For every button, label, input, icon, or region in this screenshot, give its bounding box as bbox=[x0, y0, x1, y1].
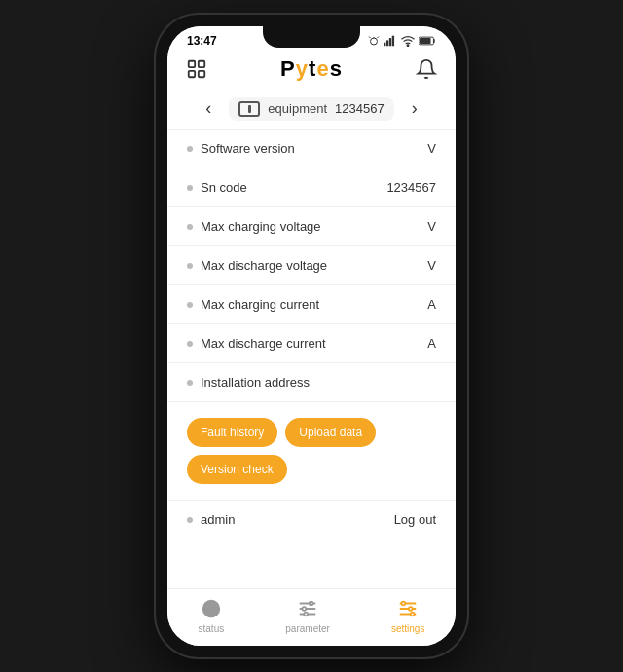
dot-icon bbox=[187, 263, 193, 269]
tab-status[interactable]: status bbox=[199, 597, 225, 634]
item-label: Max discharge current bbox=[201, 336, 326, 351]
item-label: Installation address bbox=[201, 375, 310, 390]
item-label: Sn code bbox=[201, 180, 247, 195]
fault-history-button[interactable]: Fault history bbox=[187, 418, 277, 447]
svg-rect-1 bbox=[384, 43, 385, 47]
logout-button[interactable]: Log out bbox=[394, 512, 436, 527]
content-area: Software version V Sn code 1234567 Max c… bbox=[167, 130, 456, 588]
svg-rect-11 bbox=[199, 71, 204, 77]
app-header: Pytes bbox=[167, 52, 456, 91]
phone-notch bbox=[263, 26, 360, 48]
tab-bar: status parameter bbox=[167, 588, 456, 646]
svg-point-18 bbox=[304, 613, 308, 616]
action-buttons-group: Fault history Upload data Version check bbox=[167, 402, 456, 500]
svg-point-5 bbox=[407, 45, 409, 47]
item-value: 1234567 bbox=[386, 180, 436, 195]
item-value: A bbox=[427, 336, 436, 351]
phone-screen: 13:47 Pytes bbox=[167, 26, 456, 646]
svg-point-22 bbox=[409, 607, 413, 611]
admin-label: admin bbox=[201, 512, 235, 527]
nav-bar: ‹ equipment 1234567 › bbox=[167, 91, 456, 130]
dot-icon bbox=[187, 224, 193, 230]
status-tab-label: status bbox=[199, 623, 225, 634]
next-button[interactable]: › bbox=[406, 96, 423, 121]
item-label: Max charging current bbox=[201, 297, 319, 312]
list-item[interactable]: Sn code 1234567 bbox=[167, 168, 456, 207]
list-item[interactable]: Max charging current A bbox=[167, 285, 456, 324]
device-id: 1234567 bbox=[335, 101, 385, 116]
svg-point-16 bbox=[303, 607, 307, 611]
svg-point-17 bbox=[310, 602, 313, 606]
item-value: V bbox=[427, 219, 436, 234]
list-item[interactable]: Max charging voltage V bbox=[167, 207, 456, 246]
dot-icon bbox=[187, 302, 193, 308]
svg-rect-4 bbox=[392, 36, 394, 47]
list-item[interactable]: Software version V bbox=[167, 130, 456, 168]
prev-button[interactable]: ‹ bbox=[200, 96, 217, 121]
upload-data-button[interactable]: Upload data bbox=[285, 418, 376, 447]
item-label: Max discharge voltage bbox=[201, 258, 327, 273]
dot-icon bbox=[187, 185, 193, 191]
dot-icon bbox=[187, 146, 193, 152]
wifi-icon bbox=[401, 35, 415, 47]
svg-rect-10 bbox=[189, 71, 195, 77]
app-logo: Pytes bbox=[280, 56, 343, 82]
grid-icon bbox=[186, 58, 207, 80]
device-selector[interactable]: equipment 1234567 bbox=[229, 97, 393, 121]
svg-point-0 bbox=[371, 38, 378, 45]
version-check-button[interactable]: Version check bbox=[187, 455, 287, 484]
item-value: A bbox=[427, 297, 436, 312]
settings-tab-label: settings bbox=[391, 623, 424, 634]
parameter-tab-icon bbox=[296, 597, 319, 620]
list-item[interactable]: Max discharge voltage V bbox=[167, 246, 456, 285]
item-value: V bbox=[427, 141, 436, 156]
status-icons bbox=[368, 35, 436, 47]
svg-point-24 bbox=[411, 613, 415, 616]
item-label: Max charging voltage bbox=[201, 219, 321, 234]
bell-icon bbox=[416, 58, 437, 80]
menu-button[interactable] bbox=[183, 56, 210, 83]
admin-row: admin Log out bbox=[167, 500, 456, 539]
tab-parameter[interactable]: parameter bbox=[285, 597, 330, 634]
status-tab-icon bbox=[200, 597, 223, 620]
svg-rect-9 bbox=[199, 61, 204, 67]
svg-rect-2 bbox=[386, 40, 388, 46]
item-label: Software version bbox=[201, 141, 295, 156]
alarm-icon bbox=[368, 35, 380, 47]
svg-rect-7 bbox=[420, 38, 431, 44]
dot-icon bbox=[187, 380, 193, 386]
list-item[interactable]: Max discharge current A bbox=[167, 324, 456, 363]
device-label: equipment bbox=[268, 101, 327, 116]
status-time: 13:47 bbox=[187, 34, 217, 48]
tab-settings[interactable]: settings bbox=[391, 597, 424, 634]
battery-icon bbox=[419, 35, 436, 47]
svg-rect-3 bbox=[389, 38, 391, 46]
dot-icon bbox=[187, 517, 193, 523]
list-item[interactable]: Installation address bbox=[167, 363, 456, 402]
item-value: V bbox=[427, 258, 436, 273]
svg-point-23 bbox=[402, 602, 406, 606]
svg-rect-8 bbox=[189, 61, 195, 67]
device-icon bbox=[238, 101, 260, 117]
settings-tab-icon bbox=[396, 597, 420, 620]
phone-frame: 13:47 Pytes bbox=[156, 15, 467, 657]
signal-icon bbox=[384, 35, 397, 47]
dot-icon bbox=[187, 341, 193, 347]
parameter-tab-label: parameter bbox=[285, 623, 330, 634]
notification-button[interactable] bbox=[413, 56, 440, 83]
